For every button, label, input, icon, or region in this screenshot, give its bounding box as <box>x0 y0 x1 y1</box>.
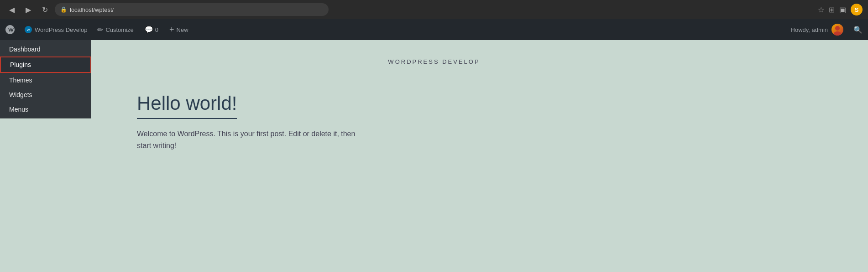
admin-bar-right: Howdy, admin 🔍 <box>786 19 868 40</box>
reload-button[interactable]: ↻ <box>38 3 51 16</box>
browser-right-icons: ☆ ⊞ ▣ S <box>818 4 863 15</box>
wp-admin-bar: W WordPress Develop ✏ Customize 💬 0 + Ne… <box>0 19 868 40</box>
dropdown-item-menus[interactable]: Menus <box>0 102 91 117</box>
lock-icon: 🔒 <box>60 6 67 13</box>
site-name-item[interactable]: W WordPress Develop <box>20 19 92 40</box>
dropdown-item-widgets[interactable]: Widgets <box>0 87 91 102</box>
forward-button[interactable]: ▶ <box>22 3 35 16</box>
dropdown-item-plugins[interactable]: Plugins <box>0 56 91 73</box>
browser-chrome: ◀ ▶ ↻ 🔒 localhost/wptest/ ☆ ⊞ ▣ S <box>0 0 868 19</box>
comment-count: 0 <box>155 26 158 33</box>
customize-label: Customize <box>105 26 133 33</box>
comments-item[interactable]: 💬 0 <box>139 19 164 40</box>
customize-item[interactable]: ✏ Customize <box>92 19 139 40</box>
page-content: WORDPRESS DEVELOP Hello world! Welcome t… <box>0 40 868 272</box>
site-title: WORDPRESS DEVELOP <box>388 58 480 65</box>
new-item[interactable]: + New <box>164 19 194 40</box>
new-label: New <box>177 26 188 33</box>
wp-logo-icon <box>5 25 15 34</box>
url-text: localhost/wptest/ <box>70 6 114 13</box>
howdy-label: Howdy, admin <box>791 26 828 33</box>
dropdown-menu: Dashboard Plugins Themes Widgets Menus <box>0 40 91 118</box>
post-title: Hello world! <box>137 92 237 119</box>
avatar-image <box>831 24 843 36</box>
comment-bubble: 💬 0 <box>145 26 158 34</box>
svg-point-3 <box>834 31 841 36</box>
search-icon: 🔍 <box>853 26 863 34</box>
dropdown-item-themes[interactable]: Themes <box>0 73 91 87</box>
customize-icon: ✏ <box>97 26 103 34</box>
extensions-icon[interactable]: ⊞ <box>829 5 835 14</box>
profile-icon[interactable]: S <box>851 4 863 15</box>
address-bar[interactable]: 🔒 localhost/wptest/ <box>55 3 329 16</box>
post-excerpt: Welcome to WordPress. This is your first… <box>137 128 355 151</box>
search-button[interactable]: 🔍 <box>848 19 868 40</box>
sidebar-icon[interactable]: ▣ <box>839 5 846 14</box>
site-small-icon: W <box>26 27 31 32</box>
site-icon: W <box>25 26 32 33</box>
plus-icon: + <box>169 25 174 35</box>
howdy-item[interactable]: Howdy, admin <box>786 19 848 40</box>
svg-point-2 <box>835 26 840 31</box>
user-avatar <box>831 24 843 36</box>
dropdown-item-dashboard[interactable]: Dashboard <box>0 42 91 56</box>
comment-icon: 💬 <box>145 26 153 34</box>
back-button[interactable]: ◀ <box>5 3 18 16</box>
bookmark-icon[interactable]: ☆ <box>818 5 824 14</box>
site-name-label: WordPress Develop <box>35 26 87 33</box>
svg-text:W: W <box>27 28 30 31</box>
wp-logo[interactable] <box>0 19 20 40</box>
